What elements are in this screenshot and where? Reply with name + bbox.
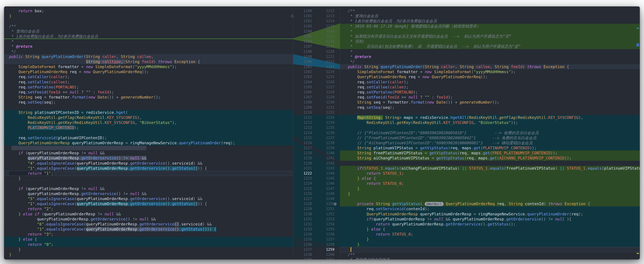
- line-number[interactable]: 1201: [300, 64, 312, 69]
- line-number[interactable]: 1237: [323, 135, 334, 140]
- line-number[interactable]: 1223: [323, 64, 334, 69]
- code-line[interactable]: * 查询白金会员: [4, 29, 293, 34]
- code-line[interactable]: [4, 257, 293, 260]
- line-number[interactable]: 1216: [300, 140, 312, 146]
- code-line[interactable]: "1".equalsIgnoreCase(queryPlatinumOrderR…: [4, 201, 293, 206]
- code-line[interactable]: * @return: [340, 54, 640, 59]
- line-number[interactable]: 1234: [300, 232, 312, 237]
- line-number[interactable]: 1224: [323, 69, 334, 74]
- line-number[interactable]: 1224: [300, 181, 312, 186]
- line-number[interactable]: 1210: [300, 110, 312, 115]
- line-number[interactable]: 1247: [323, 186, 334, 191]
- code-line[interactable]: req.setSeq(seq);: [340, 105, 640, 110]
- code-line[interactable]: "6".equalsIgnoreCase(queryPlatinumOrderR…: [4, 222, 293, 227]
- line-number[interactable]: 1221: [323, 54, 334, 59]
- line-number[interactable]: 1235: [300, 237, 312, 242]
- annotation-gutter-icon[interactable]: @: [334, 202, 336, 206]
- line-number[interactable]: 1255: [323, 227, 334, 232]
- code-line[interactable]: return queryPlatinumOrderResp.getOrderse…: [340, 222, 640, 227]
- code-line[interactable]: req.setPortalno(PORTALNO);: [340, 90, 640, 95]
- line-number[interactable]: 1225: [300, 186, 312, 191]
- code-line[interactable]: [340, 196, 640, 201]
- code-line[interactable]: return STATUS_0;: [340, 232, 640, 237]
- code-line[interactable]: *: [340, 49, 640, 54]
- line-number[interactable]: 1225: [323, 74, 334, 79]
- line-number[interactable]: 1199: [300, 54, 312, 59]
- line-number[interactable]: 1259: [323, 247, 334, 252]
- line-number[interactable]: 1257: [323, 237, 334, 242]
- code-line[interactable]: PLATINUMVIP_CONTENID);: [4, 125, 293, 130]
- line-number[interactable]: 1226: [300, 191, 312, 196]
- code-line[interactable]: queryPlatinumOrderResp.getOrderservice()…: [4, 156, 293, 160]
- line-number[interactable]: 1240: [323, 150, 334, 156]
- code-line[interactable]: RedisKeyUtil.getFlag(RedisKeyUtil.KEY_SY…: [4, 115, 293, 120]
- code-line[interactable]: private String getVipStatus( @NotNull Qu…: [340, 201, 640, 206]
- code-line[interactable]: * 1表示收费版白金会员，为2表示免费版白金会员: [4, 34, 293, 39]
- line-number[interactable]: 1231: [323, 105, 334, 110]
- code-line[interactable]: "5".equalsIgnoreCase(queryPlatinumOrderR…: [4, 196, 293, 201]
- line-number[interactable]: 1230: [300, 212, 312, 216]
- line-number[interactable]: 1226: [323, 80, 334, 84]
- line-number[interactable]: 1241: [323, 156, 334, 160]
- line-number[interactable]: 1250: [323, 201, 334, 206]
- line-number[interactable]: 1203: [300, 74, 312, 79]
- line-number[interactable]: 1253: [323, 216, 334, 222]
- line-number[interactable]: 1243: [323, 166, 334, 171]
- line-number[interactable]: 1197: [300, 44, 312, 49]
- line-number[interactable]: 1215: [300, 135, 312, 140]
- line-number[interactable]: 1222: [300, 171, 312, 176]
- code-line[interactable]: * 查询白金会员: [340, 14, 640, 18]
- line-number[interactable]: 1213: [323, 14, 334, 18]
- line-number[interactable]: 1221: [300, 166, 312, 171]
- code-line[interactable]: /**: [340, 8, 640, 14]
- code-line[interactable]: * 查询用户的全彩状态: [340, 257, 640, 260]
- line-number[interactable]: 1211: [300, 115, 312, 120]
- code-line[interactable]: } else {: [340, 227, 640, 232]
- line-number[interactable]: 1191: [300, 14, 312, 18]
- line-number[interactable]: 1235: [323, 125, 334, 130]
- line-number[interactable]: 1248: [323, 191, 334, 196]
- line-number[interactable]: 1229: [300, 206, 312, 211]
- code-line[interactable]: String calltype, String feeId) throws Ex…: [4, 59, 293, 64]
- line-number[interactable]: 1254: [323, 222, 334, 227]
- code-line[interactable]: req.setCallee(callee);: [4, 80, 293, 84]
- code-line[interactable]: String seq = formatter.format(new Date()…: [4, 95, 293, 100]
- line-number[interactable]: 1237: [300, 247, 312, 252]
- line-number[interactable]: 1242: [323, 161, 334, 166]
- line-number[interactable]: 1217: [300, 146, 312, 150]
- code-line[interactable]: req.setServiceid(platinumVIPContenID);: [4, 135, 293, 140]
- line-number[interactable]: 1208: [300, 100, 312, 105]
- code-line[interactable]: return box;: [4, 8, 293, 14]
- line-number[interactable]: 1260: [323, 252, 334, 257]
- code-line[interactable]: * 音乐白金(包含收费和免费） 或 开通爱唱白金会员 --> 则认为用户开通状态…: [340, 44, 640, 49]
- code-line[interactable]: * 否则:: [340, 39, 640, 44]
- code-line[interactable]: } else {: [4, 237, 293, 242]
- line-number[interactable]: 1227: [300, 196, 312, 201]
- code-line[interactable]: return "0";: [4, 242, 293, 247]
- code-line[interactable]: "4".equalsIgnoreCase(queryPlatinumOrderR…: [4, 161, 293, 166]
- code-line[interactable]: */: [340, 59, 640, 64]
- line-number[interactable]: 1261: [323, 257, 334, 260]
- code-line[interactable]: req.setSeq(seq);: [4, 100, 293, 105]
- line-number[interactable]: 1205: [300, 84, 312, 90]
- line-number[interactable]: 1236: [323, 130, 334, 135]
- code-line[interactable]: [340, 125, 640, 130]
- line-number[interactable]: 1233: [323, 115, 334, 120]
- code-line[interactable]: }: [340, 242, 640, 247]
- line-number[interactable]: 1244: [323, 171, 334, 176]
- code-line[interactable]: String freePlatinumVIPStatus = getVipSta…: [340, 150, 640, 156]
- code-line[interactable]: String aiChangPlatinumVIPStatus = getVip…: [340, 156, 640, 160]
- line-number[interactable]: 1227: [323, 84, 334, 90]
- line-number[interactable]: 1190: [300, 8, 312, 14]
- code-line[interactable]: "1".equalsIgnoreCase(queryPlatinumOrderR…: [4, 227, 293, 232]
- line-number[interactable]: 1195: [300, 34, 312, 39]
- line-number[interactable]: 1236: [300, 242, 312, 247]
- line-number[interactable]: 1228: [323, 90, 334, 95]
- line-number[interactable]: 1252: [323, 212, 334, 216]
- left-editor[interactable]: return box;}/** * 查询白金会员 * 1表示收费版白金会员，为2…: [4, 6, 293, 260]
- code-line[interactable]: req.setServiceid(contenId);: [340, 206, 640, 211]
- line-number[interactable]: 1251: [323, 206, 334, 211]
- code-line[interactable]: [4, 146, 293, 150]
- code-line[interactable]: // {"AiChangPlatinumVIPContenID":"698039…: [340, 140, 640, 146]
- line-number[interactable]: 1239: [323, 146, 334, 150]
